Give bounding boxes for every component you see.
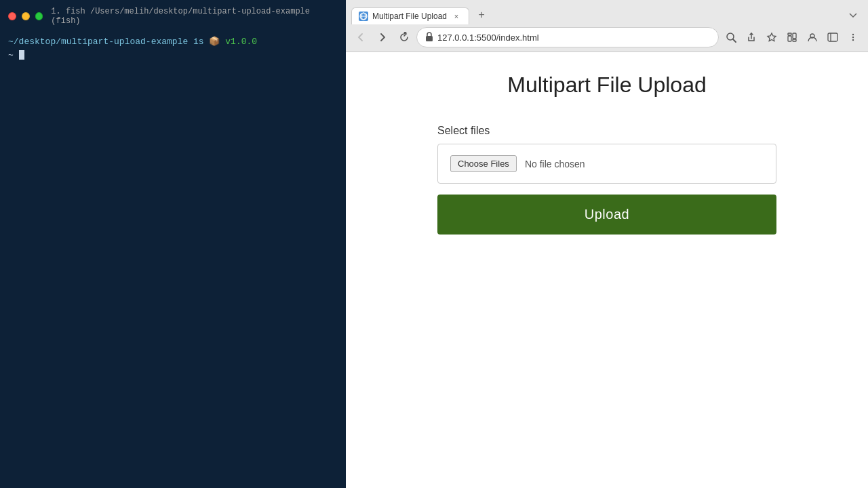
tab-title: Multipart File Upload: [372, 12, 447, 21]
address-lock-icon: [425, 32, 433, 43]
browser-tab-active[interactable]: Multipart File Upload ×: [351, 7, 469, 24]
file-input-wrapper: Choose Files No file chosen: [437, 144, 776, 184]
tab-close-button[interactable]: ×: [451, 11, 462, 22]
address-bar[interactable]: 127.0.0.1:5500/index.html: [416, 27, 719, 47]
choose-files-button[interactable]: Choose Files: [450, 155, 517, 172]
tab-menu-button[interactable]: [844, 5, 863, 24]
svg-rect-10: [793, 39, 796, 41]
share-button[interactable]: [742, 28, 761, 47]
svg-rect-11: [788, 33, 791, 35]
terminal-body: ~/desktop/multipart-upload-example is 📦 …: [8, 35, 338, 62]
no-file-chosen-text: No file chosen: [525, 159, 585, 169]
extensions-button[interactable]: [783, 28, 802, 47]
terminal-title: 1. fish /Users/melih/desktop/multipart-u…: [51, 7, 338, 26]
reload-button[interactable]: [395, 28, 414, 47]
svg-rect-8: [788, 36, 791, 41]
back-button[interactable]: [351, 28, 370, 47]
browser-chrome: Multipart File Upload × +: [346, 0, 868, 52]
terminal-badge-icon: 📦: [209, 37, 220, 47]
new-tab-button[interactable]: +: [472, 5, 491, 24]
terminal-prompt-text: ~/desktop/multipart-upload-example is: [8, 37, 204, 47]
svg-marker-7: [768, 33, 776, 41]
zoom-button[interactable]: [722, 28, 741, 47]
bookmark-button[interactable]: [762, 28, 781, 47]
address-text: 127.0.0.1:5500/index.html: [437, 33, 710, 43]
page-title: Multipart File Upload: [373, 73, 841, 98]
svg-rect-13: [828, 33, 837, 41]
traffic-light-maximize[interactable]: [35, 12, 43, 20]
select-files-label: Select files: [437, 125, 776, 137]
svg-point-16: [852, 37, 854, 38]
terminal-version-badge: 📦 v1.0.0: [209, 37, 257, 47]
svg-point-17: [852, 39, 854, 41]
menu-button[interactable]: [844, 28, 863, 47]
browser-tabs: Multipart File Upload × +: [346, 0, 868, 24]
browser-toolbar: 127.0.0.1:5500/index.html: [346, 24, 868, 52]
svg-line-5: [733, 39, 736, 42]
terminal-panel: 1. fish /Users/melih/desktop/multipart-u…: [0, 0, 346, 488]
forward-button[interactable]: [373, 28, 392, 47]
terminal-cursor-line: ~: [8, 50, 24, 60]
browser-content: Multipart File Upload Select files Choos…: [346, 52, 868, 488]
form-section: Select files Choose Files No file chosen…: [437, 125, 776, 235]
terminal-version-text: v1.0.0: [225, 37, 257, 47]
svg-point-15: [852, 34, 854, 35]
svg-rect-9: [793, 33, 796, 39]
terminal-cursor: [19, 50, 24, 60]
sidebar-toggle-button[interactable]: [823, 28, 842, 47]
upload-button[interactable]: Upload: [437, 195, 776, 235]
terminal-titlebar: 1. fish /Users/melih/desktop/multipart-u…: [8, 7, 338, 26]
tab-favicon: [359, 12, 368, 21]
traffic-light-close[interactable]: [8, 12, 16, 20]
browser-panel: Multipart File Upload × +: [346, 0, 868, 488]
terminal-prompt: ~/desktop/multipart-upload-example is 📦 …: [8, 37, 257, 47]
toolbar-right-buttons: [722, 28, 863, 47]
svg-rect-3: [426, 36, 433, 41]
profile-button[interactable]: [803, 28, 822, 47]
traffic-light-minimize[interactable]: [22, 12, 30, 20]
